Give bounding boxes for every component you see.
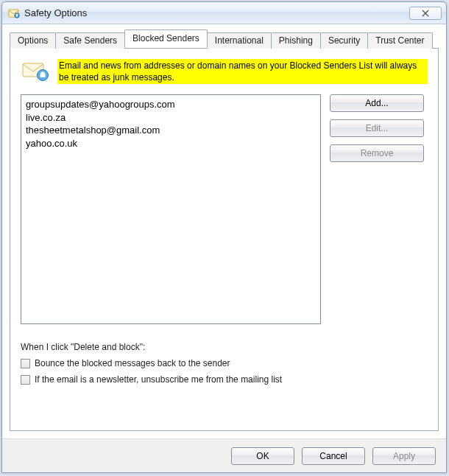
tab-strip: Options Safe Senders Blocked Senders Int… [10, 30, 439, 48]
envelope-blocked-icon [21, 59, 50, 83]
cancel-button[interactable]: Cancel [302, 447, 365, 465]
delete-block-heading: When I click "Delete and block": [21, 342, 428, 352]
svg-rect-6 [40, 74, 46, 77]
list-item[interactable]: yahoo.co.uk [26, 137, 316, 150]
window-title: Safety Options [24, 7, 409, 18]
ok-button[interactable]: OK [231, 447, 294, 465]
apply-button[interactable]: Apply [372, 447, 436, 465]
tab-trust-center[interactable]: Trust Center [367, 32, 432, 49]
info-row: Email and news from addresses or domain … [21, 59, 428, 84]
tab-security[interactable]: Security [320, 32, 368, 49]
unsubscribe-label: If the email is a newsletter, unsubscrib… [35, 374, 282, 385]
remove-button[interactable]: Remove [330, 144, 424, 162]
app-icon [8, 7, 20, 19]
edit-button[interactable]: Edit... [330, 119, 424, 137]
tab-safe-senders[interactable]: Safe Senders [55, 32, 125, 49]
tab-options[interactable]: Options [10, 32, 56, 49]
bounce-label: Bounce the blocked messages back to the … [35, 358, 230, 368]
delete-and-block-section: When I click "Delete and block": Bounce … [21, 342, 428, 385]
add-button[interactable]: Add... [330, 94, 424, 112]
titlebar: Safety Options [2, 2, 446, 24]
blocked-senders-list[interactable]: groupsupdates@yahoogroups.com live.co.za… [21, 94, 321, 324]
list-item[interactable]: groupsupdates@yahoogroups.com [26, 98, 316, 111]
blocked-senders-panel: Email and news from addresses or domain … [10, 48, 439, 431]
close-button[interactable] [409, 7, 442, 20]
safety-options-window: Safety Options Options Safe Senders Bloc… [1, 1, 447, 473]
tab-international[interactable]: International [207, 32, 272, 49]
svg-rect-3 [16, 14, 18, 15]
dialog-footer: OK Cancel Apply [2, 438, 446, 472]
side-buttons: Add... Edit... Remove [330, 94, 424, 324]
client-area: Options Safe Senders Blocked Senders Int… [2, 24, 446, 438]
bounce-checkbox[interactable] [21, 359, 30, 368]
tab-phishing[interactable]: Phishing [271, 32, 321, 49]
info-text: Email and news from addresses or domain … [57, 59, 428, 84]
list-item[interactable]: thesheetmetalshop@gmail.com [26, 124, 316, 137]
tab-blocked-senders[interactable]: Blocked Senders [124, 29, 208, 48]
list-item[interactable]: live.co.za [26, 111, 316, 125]
unsubscribe-checkbox[interactable] [21, 375, 30, 385]
